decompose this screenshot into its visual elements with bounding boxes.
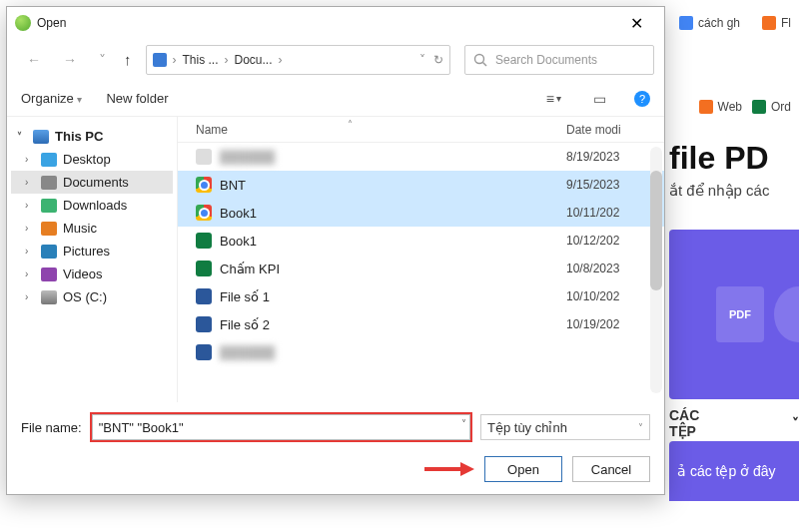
browser-tab[interactable]: Fl: [754, 12, 799, 34]
file-row[interactable]: File số 210/19/202: [178, 310, 664, 338]
file-date: 8/19/2023: [566, 150, 656, 164]
sidebar-item-label: Desktop: [63, 152, 111, 167]
file-name: ██████: [220, 345, 566, 360]
breadcrumb[interactable]: › This ... › Docu... › ˅ ↻: [146, 45, 451, 75]
file-date: 10/19/202: [566, 317, 656, 331]
folder-icon: [41, 199, 57, 213]
file-icon: [196, 177, 212, 193]
up-button[interactable]: ↑: [124, 51, 132, 68]
bookmark[interactable]: Web: [699, 100, 742, 114]
file-row[interactable]: Book110/11/202: [178, 199, 664, 227]
file-row[interactable]: Chấm KPI10/8/2023: [178, 255, 664, 282]
file-row[interactable]: ██████: [178, 338, 664, 366]
sidebar-item-videos[interactable]: ›Videos: [11, 263, 173, 285]
sidebar-item-os-c-[interactable]: ›OS (C:): [11, 285, 173, 308]
forward-button[interactable]: →: [59, 50, 81, 70]
folder-icon: [41, 176, 57, 190]
sidebar-item-label: Music: [63, 221, 97, 236]
column-headers: Name Date modi: [178, 117, 664, 143]
chevron-right-icon: ›: [25, 291, 35, 302]
help-button[interactable]: ?: [634, 91, 650, 107]
refresh-button[interactable]: ↻: [433, 53, 443, 67]
chevron-right-icon: ›: [25, 154, 35, 165]
open-file-dialog: Open ✕ ← → ˅ ↑ › This ... › Docu... › ˅ …: [6, 6, 665, 495]
upload-panel: PDF: [669, 230, 799, 399]
cancel-button[interactable]: Cancel: [572, 456, 650, 482]
pc-icon: [153, 53, 167, 67]
file-name: File số 2: [220, 317, 566, 332]
sidebar-item-label: Pictures: [63, 244, 110, 259]
accordion-header[interactable]: CÁC TỆP˅: [669, 407, 799, 439]
back-button[interactable]: ←: [23, 50, 45, 70]
browser-bookmarks: Web Ord: [691, 96, 799, 118]
chevron-right-icon: ›: [25, 200, 35, 211]
file-date: 10/8/2023: [566, 262, 656, 275]
svg-line-1: [483, 62, 487, 66]
file-date: 10/10/202: [566, 289, 656, 303]
page-heading: file PD: [669, 140, 769, 177]
sidebar-item-label: Downloads: [63, 198, 127, 213]
file-row[interactable]: File số 110/10/202: [178, 282, 664, 310]
organize-menu[interactable]: Organize ▾: [21, 91, 82, 106]
folder-icon: [41, 245, 57, 259]
chevron-down-icon[interactable]: ˅: [419, 53, 425, 67]
chevron-right-icon: ›: [25, 268, 35, 279]
pdf-file-icon: PDF: [716, 286, 764, 342]
file-date: 10/12/202: [566, 234, 656, 248]
filename-input[interactable]: [92, 414, 470, 440]
chevron-down-icon: ˅: [638, 422, 643, 433]
drop-zone[interactable]: ả các tệp ở đây: [669, 441, 799, 501]
file-name: File số 1: [220, 289, 566, 304]
file-icon: [196, 344, 212, 360]
sidebar-item-label: Documents: [63, 175, 129, 190]
file-name: Chấm KPI: [220, 262, 566, 276]
chevron-down-icon[interactable]: ˅: [461, 418, 466, 429]
chevron-right-icon: ›: [25, 177, 35, 188]
dialog-title: Open: [37, 16, 616, 30]
page-subheading: ắt để nhập các: [669, 182, 769, 200]
file-row[interactable]: BNT9/15/2023: [178, 171, 664, 199]
sidebar-item-desktop[interactable]: ›Desktop: [11, 148, 173, 171]
chevron-down-icon: ˅: [17, 131, 27, 142]
file-icon: [196, 288, 212, 304]
toolbar: Organize ▾ New folder ≡ ▾ ▭ ?: [7, 81, 664, 117]
browser-tab[interactable]: cách gh: [671, 12, 748, 34]
chevron-right-icon: ›: [25, 223, 35, 234]
file-icon: [196, 205, 212, 221]
folder-icon: [41, 222, 57, 236]
folder-icon: [41, 153, 57, 167]
open-button[interactable]: Open: [484, 456, 562, 482]
file-list: ██████8/19/2023BNT9/15/2023Book110/11/20…: [178, 143, 664, 402]
close-button[interactable]: ✕: [616, 14, 656, 33]
nav-row: ← → ˅ ↑ › This ... › Docu... › ˅ ↻ Searc…: [7, 39, 664, 81]
column-name[interactable]: Name: [196, 123, 566, 137]
file-row[interactable]: ██████8/19/2023: [178, 143, 664, 171]
pc-icon: [33, 130, 49, 144]
chevron-down-icon[interactable]: ˅: [95, 50, 110, 70]
pdf-file-icon: [774, 286, 799, 342]
folder-icon: [41, 290, 57, 304]
new-folder-button[interactable]: New folder: [106, 91, 168, 106]
sidebar-root-this-pc[interactable]: ˅ This PC: [11, 125, 173, 148]
file-row[interactable]: Book110/12/202: [178, 227, 664, 255]
dialog-footer: File name: ˅ Tệp tùy chỉnh ˅ Open Cancel: [7, 402, 664, 494]
file-type-filter[interactable]: Tệp tùy chỉnh ˅: [480, 414, 650, 440]
file-icon: [196, 233, 212, 249]
column-date[interactable]: Date modi: [566, 123, 656, 137]
preview-pane-button[interactable]: ▭: [589, 89, 610, 109]
sort-indicator-icon: ˄: [348, 119, 353, 130]
titlebar: Open ✕: [7, 7, 664, 39]
view-menu[interactable]: ≡ ▾: [542, 89, 565, 109]
chevron-down-icon: ˅: [792, 415, 799, 431]
scrollbar-thumb[interactable]: [650, 171, 662, 290]
file-date: 9/15/2023: [566, 178, 656, 192]
browser-tabs: cách gh Fl: [671, 12, 799, 34]
sidebar-item-downloads[interactable]: ›Downloads: [11, 194, 173, 217]
sidebar-item-music[interactable]: ›Music: [11, 217, 173, 240]
sidebar-item-documents[interactable]: ›Documents: [11, 171, 173, 194]
file-date: 10/11/202: [566, 206, 656, 220]
file-name: Book1: [220, 234, 566, 249]
sidebar-item-pictures[interactable]: ›Pictures: [11, 240, 173, 263]
bookmark[interactable]: Ord: [752, 100, 791, 114]
search-input[interactable]: Search Documents: [464, 45, 654, 75]
